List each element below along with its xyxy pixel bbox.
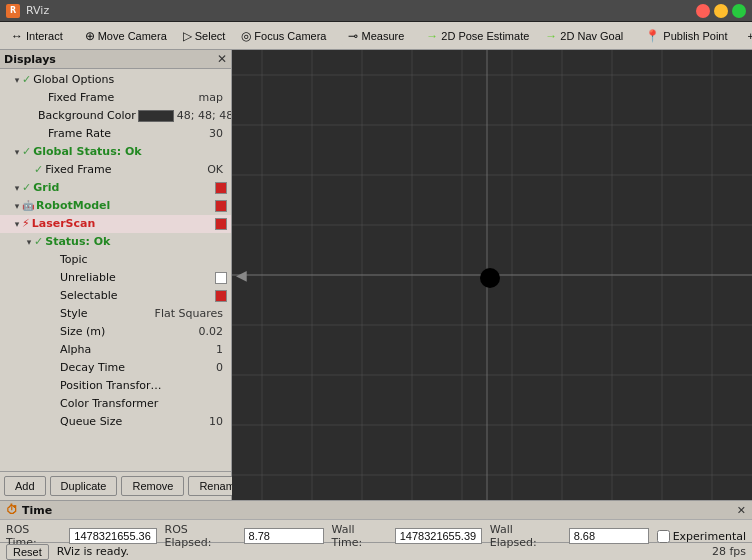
ros-time-input[interactable]	[69, 528, 156, 544]
expand-icon: ▾	[12, 180, 22, 196]
selectable-item[interactable]: Selectable	[0, 287, 231, 305]
item-value: map	[199, 90, 227, 106]
item-label: Size (m)	[46, 324, 199, 340]
wall-time-input[interactable]	[395, 528, 482, 544]
displays-title: Displays	[4, 53, 56, 66]
grid-item[interactable]: ▾ ✓ Grid	[0, 179, 231, 197]
focus-camera-button[interactable]: ◎ Focus Camera	[234, 26, 333, 46]
item-label: Topic	[46, 252, 227, 268]
pose-estimate-button[interactable]: → 2D Pose Estimate	[419, 26, 536, 46]
position-transform-item[interactable]: Position Transfor…	[0, 377, 231, 395]
time-close[interactable]: ✕	[737, 504, 746, 517]
color-swatch	[138, 110, 174, 122]
expand-icon: ▾	[24, 234, 34, 250]
duplicate-button[interactable]: Duplicate	[50, 476, 118, 496]
time-panel: ⏱ Time ✕ ROS Time: ROS Elapsed: Wall Tim…	[0, 500, 752, 542]
queue-size-item[interactable]: Queue Size 10	[0, 413, 231, 431]
move-camera-icon: ⊕	[85, 29, 95, 43]
decay-time-item[interactable]: Decay Time 0	[0, 359, 231, 377]
select-icon: ▷	[183, 29, 192, 43]
close-button[interactable]	[696, 4, 710, 18]
topic-item[interactable]: Topic	[0, 251, 231, 269]
check-icon: ✓	[22, 144, 31, 160]
item-label: Decay Time	[46, 360, 216, 376]
expand-icon: ▾	[12, 216, 22, 232]
item-value: Flat Squares	[155, 306, 227, 322]
global-status-item[interactable]: ▾ ✓ Global Status: Ok	[0, 143, 231, 161]
main-area: Displays ✕ ▾ ✓ Global Options Fixed Fram…	[0, 50, 752, 500]
color-transformer-item[interactable]: Color Transformer	[0, 395, 231, 413]
item-label: RobotModel	[36, 198, 211, 214]
item-label: Alpha	[46, 342, 216, 358]
measure-icon: ⊸	[348, 29, 358, 43]
maximize-button[interactable]	[732, 4, 746, 18]
toolbar: ↔ Interact ⊕ Move Camera ▷ Select ◎ Focu…	[0, 22, 752, 50]
experimental-checkbox[interactable]	[657, 530, 670, 543]
size-item[interactable]: Size (m) 0.02	[0, 323, 231, 341]
fixed-frame-item[interactable]: Fixed Frame map	[0, 89, 231, 107]
check-icon: ✓	[22, 72, 31, 88]
item-value: OK	[207, 162, 227, 178]
checkbox-icon	[215, 182, 227, 194]
displays-tree: ▾ ✓ Global Options Fixed Frame map Backg…	[0, 69, 231, 471]
displays-close[interactable]: ✕	[217, 52, 227, 66]
viewport[interactable]: ◀	[232, 50, 752, 500]
item-value: 48; 48; 48	[136, 108, 231, 124]
checkbox-icon[interactable]	[215, 290, 227, 302]
select-button[interactable]: ▷ Select	[176, 26, 233, 46]
nav-icon: →	[545, 29, 557, 43]
item-label: Status: Ok	[45, 234, 227, 250]
alpha-item[interactable]: Alpha 1	[0, 341, 231, 359]
measure-button[interactable]: ⊸ Measure	[341, 26, 411, 46]
laser-icon: ⚡	[22, 216, 30, 232]
background-color-item[interactable]: Background Color 48; 48; 48	[0, 107, 231, 125]
style-item[interactable]: Style Flat Squares	[0, 305, 231, 323]
reset-button[interactable]: Reset	[6, 544, 49, 560]
item-value: 1	[216, 342, 227, 358]
wall-elapsed-label: Wall Elapsed:	[490, 523, 561, 549]
robotmodel-item[interactable]: ▾ 🤖 RobotModel	[0, 197, 231, 215]
checkbox-icon	[215, 200, 227, 212]
item-value: 10	[209, 414, 227, 430]
unreliable-item[interactable]: Unreliable	[0, 269, 231, 287]
experimental-label: Experimental	[673, 530, 746, 543]
color-text: 48; 48; 48	[177, 108, 231, 124]
item-label: Frame Rate	[34, 126, 209, 142]
robot-dot	[480, 268, 500, 288]
window-controls	[696, 4, 746, 18]
check-icon: ✓	[34, 234, 43, 250]
item-value: 0.02	[199, 324, 228, 340]
add-button[interactable]: Add	[4, 476, 46, 496]
titlebar: R RViz	[0, 0, 752, 22]
item-label: Color Transformer	[46, 396, 227, 412]
ros-elapsed-input[interactable]	[244, 528, 324, 544]
remove-button[interactable]: Remove	[121, 476, 184, 496]
laserscan-status-item[interactable]: ▾ ✓ Status: Ok	[0, 233, 231, 251]
global-options-item[interactable]: ▾ ✓ Global Options	[0, 71, 231, 89]
item-label: Background Color	[24, 108, 136, 124]
item-label: Selectable	[46, 288, 211, 304]
ros-elapsed-label: ROS Elapsed:	[165, 523, 236, 549]
item-label: Grid	[33, 180, 211, 196]
left-panel: Displays ✕ ▾ ✓ Global Options Fixed Fram…	[0, 50, 232, 500]
nav-goal-button[interactable]: → 2D Nav Goal	[538, 26, 630, 46]
check-icon: ✓	[34, 162, 43, 178]
item-label: Global Options	[33, 72, 227, 88]
fixed-frame-status-item[interactable]: ✓ Fixed Frame OK	[0, 161, 231, 179]
laserscan-item[interactable]: ▾ ⚡ LaserScan	[0, 215, 231, 233]
item-label: LaserScan	[32, 216, 211, 232]
move-camera-button[interactable]: ⊕ Move Camera	[78, 26, 174, 46]
interact-button[interactable]: ↔ Interact	[4, 26, 70, 46]
interact-icon: ↔	[11, 29, 23, 43]
fps-label: 28 fps	[712, 545, 746, 558]
plus-button[interactable]: +	[743, 27, 752, 45]
minimize-button[interactable]	[714, 4, 728, 18]
item-label: Style	[46, 306, 155, 322]
wall-elapsed-input[interactable]	[569, 528, 649, 544]
publish-point-button[interactable]: 📍 Publish Point	[638, 26, 734, 46]
clock-icon: ⏱	[6, 503, 18, 517]
publish-icon: 📍	[645, 29, 660, 43]
checkbox-icon[interactable]	[215, 272, 227, 284]
frame-rate-item[interactable]: Frame Rate 30	[0, 125, 231, 143]
left-arrow-indicator: ◀	[236, 267, 247, 283]
